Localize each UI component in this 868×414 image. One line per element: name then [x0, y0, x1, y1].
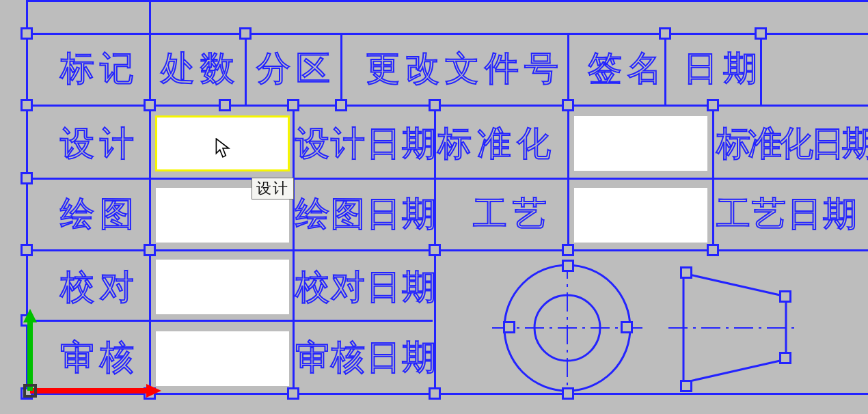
header-label-count: 处数 — [161, 51, 240, 85]
header-label-sign: 签名 — [588, 51, 667, 85]
row-date-process: 工艺日期 — [716, 197, 858, 231]
svg-marker-7 — [146, 384, 161, 398]
ucs-axis-icon — [16, 309, 167, 404]
row-date-draw: 绘图日期 — [295, 197, 437, 231]
row-label-design: 设计 — [60, 126, 139, 161]
selection-grip[interactable] — [429, 99, 441, 111]
selection-grip[interactable] — [621, 321, 633, 333]
header-label-change-no: 更改文件号 — [366, 51, 564, 85]
selection-grip[interactable] — [707, 99, 719, 111]
row-label-standard: 标准化 — [437, 126, 556, 161]
header-label-mark: 标记 — [60, 51, 139, 85]
selection-grip[interactable] — [21, 99, 33, 111]
selection-grip[interactable] — [144, 99, 156, 111]
selection-grip[interactable] — [562, 260, 574, 272]
selection-grip[interactable] — [707, 244, 719, 256]
selection-grip[interactable] — [21, 27, 33, 40]
selection-grip[interactable] — [144, 244, 156, 256]
selection-grip[interactable] — [335, 99, 347, 111]
header-label-zone: 分区 — [256, 51, 336, 85]
selection-grip[interactable] — [779, 352, 791, 364]
row-label-check: 校对 — [60, 270, 139, 304]
selection-grip[interactable] — [680, 266, 692, 279]
field-check-name[interactable] — [156, 260, 289, 314]
header-label-date: 日期 — [683, 51, 763, 85]
cad-canvas[interactable]: 标记 处数 分区 更改文件号 签名 日期 设计 设计日期 标准化 标准化日期 绘… — [0, 0, 868, 414]
table-line — [340, 33, 342, 107]
selection-grip[interactable] — [755, 27, 767, 40]
selection-grip[interactable] — [287, 387, 299, 400]
row-date-design: 设计日期 — [295, 126, 437, 161]
row-date-standard: 标准化日期 — [716, 126, 868, 161]
table-line — [26, 0, 868, 2]
field-process-name[interactable] — [574, 188, 707, 243]
selection-grip[interactable] — [680, 380, 692, 392]
row-date-review: 审核日期 — [295, 340, 437, 374]
table-line — [293, 105, 295, 395]
row-label-draw: 绘图 — [60, 197, 139, 231]
row-label-process: 工艺 — [473, 197, 552, 231]
field-standard-name[interactable] — [574, 116, 707, 171]
selection-grip[interactable] — [562, 99, 574, 111]
selection-grip[interactable] — [503, 321, 515, 333]
selection-grip[interactable] — [287, 99, 299, 111]
table-line — [567, 33, 569, 250]
row-date-check: 校对日期 — [295, 270, 437, 304]
selection-grip[interactable] — [219, 99, 231, 111]
selection-grip[interactable] — [429, 387, 441, 400]
selection-grip[interactable] — [562, 244, 574, 256]
field-review-name[interactable] — [156, 331, 289, 386]
selection-grip[interactable] — [429, 244, 441, 256]
table-line — [26, 33, 868, 35]
selection-grip[interactable] — [21, 244, 33, 256]
selection-grip[interactable] — [21, 172, 33, 184]
mouse-cursor-icon — [215, 138, 231, 158]
selection-grip[interactable] — [239, 27, 252, 40]
table-line — [26, 178, 868, 180]
selection-grip[interactable] — [779, 290, 791, 303]
tooltip: 设计 — [252, 178, 294, 199]
svg-marker-9 — [23, 309, 37, 322]
table-line — [245, 33, 247, 107]
selection-grip[interactable] — [562, 387, 574, 400]
selection-grip[interactable] — [659, 27, 671, 40]
table-line — [712, 105, 714, 251]
